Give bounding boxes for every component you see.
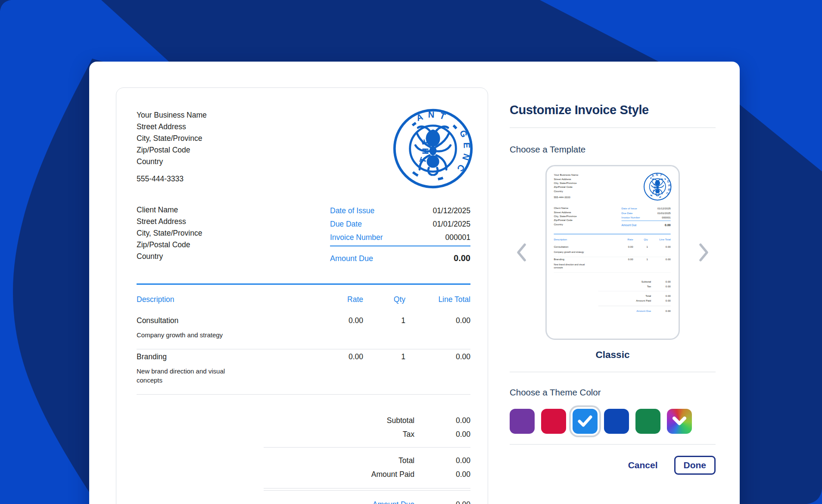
total-label: Total [264,454,414,467]
theme-color-green[interactable] [635,409,660,434]
ant-agency-logo-icon: ANT AGENCY THE [391,107,475,194]
business-address-block: Your Business Name Street Address City, … [137,109,207,185]
totals-double-divider [264,488,470,491]
item-name: Consultation [554,245,568,248]
theme-color-purple[interactable] [510,409,535,434]
item-qty: 1 [363,351,405,385]
col-rate: Rate [316,294,363,305]
check-icon [578,415,592,427]
panel-divider [510,128,716,128]
col-description: Description [554,237,616,241]
table-row: Consultation Company growth and strategy… [554,244,670,257]
meta-divider [330,246,470,246]
totals-double-divider [598,305,671,306]
amount-due-header-value: 0.00 [665,223,671,227]
amount-due-value: 0.00 [414,498,470,504]
total-label: Total [598,293,651,298]
client-city: City, State/Province [554,214,576,218]
theme-color-azure-selected[interactable] [573,409,598,434]
invoice-number-label: Invoice Number [330,231,383,244]
panel-divider [510,444,716,445]
item-description: Company growth and strategy [554,250,590,253]
business-zip: Zip/Postal Code [137,144,207,156]
customize-panel: Customize Invoice Style Choose a Templat… [510,62,716,475]
business-name: Your Business Name [554,173,578,177]
panel-actions: Cancel Done [510,456,716,475]
amount-paid-label: Amount Paid [264,467,414,481]
line-items-header: Description Rate Qty Line Total [137,285,470,313]
amount-due-header-label: Amount Due [330,253,373,264]
theme-color-red[interactable] [541,409,566,434]
app-window: Your Business Name Street Address City, … [0,0,822,504]
panel-divider [510,372,716,372]
col-line-total: Line Total [648,237,671,241]
invoice-meta-block: Date of Issue 01/12/2025 Due Date 01/01/… [622,206,671,227]
subtotal-value: 0.00 [414,414,470,427]
chevron-left-icon [516,243,527,262]
line-items-table: Description Rate Qty Line Total Consulta… [554,234,670,273]
business-city: City, State/Province [137,133,207,144]
item-description: Company growth and strategy [137,330,240,339]
client-city: City, State/Province [137,227,202,239]
subtotal-label: Subtotal [264,414,414,427]
table-row: Branding New brand direction and visual … [554,257,670,273]
client-name: Client Name [137,204,202,216]
invoice-number-value: 000001 [445,231,470,244]
amount-due-label: Amount Due [598,309,651,314]
invoice-number-value: 000001 [662,215,670,220]
theme-color-swatches [510,409,716,434]
tax-value: 0.00 [651,284,671,289]
chevron-right-icon [698,243,710,262]
next-template-button[interactable] [698,243,710,262]
business-city: City, State/Province [554,181,578,185]
business-zip: Zip/Postal Code [554,185,578,189]
item-name: Consultation [137,316,178,325]
cancel-button[interactable]: Cancel [628,460,658,470]
done-button[interactable]: Done [674,456,716,475]
theme-color-royal-blue[interactable] [604,409,629,434]
totals-block: Subtotal 0.00 Tax 0.00 Total 0.00 Amount… [598,280,671,314]
subtotal-label: Subtotal [598,280,651,284]
ant-agency-logo-icon: ANT AGENCY THE [643,172,672,202]
date-of-issue-value: 01/12/2025 [657,206,671,211]
item-rate: 0.00 [316,351,363,385]
totals-divider [264,447,470,448]
item-name: Branding [137,352,167,361]
business-street: Street Address [137,121,207,133]
client-country: Country [137,251,202,262]
client-zip: Zip/Postal Code [137,239,202,251]
client-address-block: Client Name Street Address City, State/P… [554,206,576,226]
tax-label: Tax [264,427,414,441]
business-phone: 555-444-3333 [554,195,578,199]
client-address-block: Client Name Street Address City, State/P… [137,204,202,262]
theme-color-custom[interactable] [667,409,692,434]
item-description: New brand direction and visual concepts [137,367,240,385]
chevron-down-icon [673,417,686,426]
amount-due-header-value: 0.00 [454,252,470,264]
due-date-value: 01/01/2025 [433,218,470,231]
previous-template-button[interactable] [516,243,527,262]
line-items-table: Description Rate Qty Line Total Consulta… [137,283,470,395]
totals-block: Subtotal 0.00 Tax 0.00 Total 0.00 Amount… [264,414,470,504]
template-section-label: Choose a Template [510,143,716,156]
date-of-issue-label: Date of Issue [622,206,637,211]
color-section-label: Choose a Theme Color [510,386,716,398]
customize-invoice-card: Your Business Name Street Address City, … [89,62,740,504]
due-date-label: Due Date [622,211,633,215]
invoice-preview-paper: Your Business Name Street Address City, … [116,87,488,504]
item-rate: 0.00 [616,245,633,253]
subtotal-value: 0.00 [651,280,671,284]
business-phone: 555-444-3333 [137,173,207,185]
col-rate: Rate [616,237,633,241]
template-thumbnail-classic[interactable]: Your Business Name Street Address City, … [545,165,680,340]
col-qty: Qty [363,294,405,305]
client-name: Client Name [554,206,576,210]
business-country: Country [554,189,578,193]
item-line-total: 0.00 [648,245,671,253]
total-value: 0.00 [414,454,470,467]
col-description: Description [137,294,316,305]
item-name: Branding [554,258,564,261]
due-date-value: 01/01/2025 [657,211,671,215]
col-qty: Qty [633,237,648,241]
invoice-number-label: Invoice Number [622,215,640,220]
